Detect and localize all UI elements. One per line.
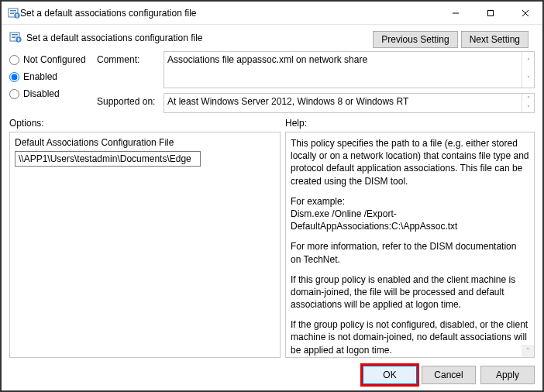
help-text: This policy specifies the path to a file…	[291, 137, 529, 187]
svg-rect-1	[10, 10, 16, 11]
help-text: Dism.exe /Online /Export-DefaultAppAssoc…	[291, 208, 529, 232]
next-setting-button[interactable]: Next Setting	[461, 31, 529, 48]
supported-value-box: At least Windows Server 2012, Windows 8 …	[164, 93, 535, 113]
svg-rect-14	[12, 37, 15, 38]
radio-not-configured-input[interactable]	[9, 55, 19, 65]
option-label: Default Associations Configuration File	[15, 137, 275, 148]
footer-buttons: OK Cancel Apply	[2, 361, 542, 390]
svg-rect-17	[18, 40, 19, 41]
svg-rect-8	[487, 10, 493, 15]
state-radios: Not Configured Enabled Disabled	[9, 51, 91, 99]
window-title: Set a default associations configuration…	[20, 8, 438, 19]
scroll-down-icon[interactable]: ˅	[522, 345, 534, 357]
cancel-button[interactable]: Cancel	[422, 366, 476, 384]
policy-header: Set a default associations configuration…	[2, 25, 542, 51]
titlebar: Set a default associations configuration…	[2, 2, 542, 25]
svg-rect-6	[16, 16, 17, 17]
radio-label: Enabled	[23, 71, 57, 82]
help-title: Help:	[285, 118, 535, 129]
supported-label: Supported on:	[97, 93, 159, 107]
option-input[interactable]	[15, 151, 201, 167]
svg-rect-12	[12, 34, 18, 35]
close-button[interactable]	[508, 2, 542, 25]
comment-spinner[interactable]: ˄˅	[522, 52, 534, 88]
radio-label: Disabled	[23, 88, 60, 99]
radio-enabled-input[interactable]	[9, 72, 19, 82]
radio-label: Not Configured	[23, 54, 86, 65]
config-row: Not Configured Enabled Disabled Comment:…	[2, 51, 542, 113]
radio-disabled-input[interactable]	[9, 89, 19, 99]
apply-button[interactable]: Apply	[480, 366, 535, 384]
maximize-button[interactable]	[473, 2, 508, 25]
help-text: If the group policy is not configured, d…	[291, 318, 529, 356]
policy-editor-window: Set a default associations configuration…	[0, 0, 544, 392]
svg-rect-13	[12, 36, 18, 36]
radio-disabled[interactable]: Disabled	[9, 88, 91, 99]
split-area: Options: Default Associations Configurat…	[2, 113, 542, 361]
help-text: If this group policy is enabled and the …	[291, 273, 529, 311]
svg-rect-3	[10, 13, 14, 14]
radio-not-configured[interactable]: Not Configured	[9, 54, 91, 65]
help-text: For more information, refer to the DISM …	[291, 240, 529, 265]
radio-enabled[interactable]: Enabled	[9, 71, 91, 82]
policy-icon	[8, 7, 20, 19]
svg-rect-5	[16, 14, 17, 16]
previous-setting-button[interactable]: Previous Setting	[373, 31, 457, 48]
comment-label: Comment:	[97, 51, 159, 65]
help-body: This policy specifies the path to a file…	[285, 132, 535, 358]
options-pane: Options: Default Associations Configurat…	[9, 118, 281, 358]
minimize-button[interactable]	[438, 2, 473, 25]
comment-input[interactable]: Associations file appassoc.xml on networ…	[164, 51, 535, 88]
policy-title: Set a default associations configuration…	[26, 31, 368, 43]
supported-value: At least Windows Server 2012, Windows 8 …	[167, 96, 408, 107]
comment-value: Associations file appassoc.xml on networ…	[167, 54, 367, 65]
supported-spinner[interactable]: ˄˅	[522, 94, 534, 112]
help-text: For example:	[291, 195, 529, 208]
policy-icon	[9, 31, 22, 43]
options-body: Default Associations Configuration File	[9, 132, 281, 358]
svg-rect-16	[18, 38, 19, 40]
help-pane: Help: This policy specifies the path to …	[285, 118, 535, 358]
svg-rect-2	[10, 12, 16, 12]
ok-button[interactable]: OK	[363, 366, 417, 384]
options-title: Options:	[9, 118, 281, 129]
